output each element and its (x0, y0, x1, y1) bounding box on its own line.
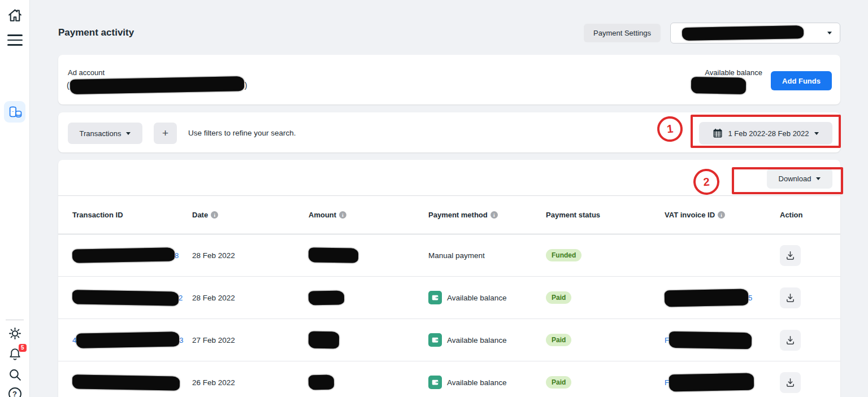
account-selector-dropdown[interactable] (670, 23, 840, 43)
download-invoice-button[interactable] (780, 372, 801, 393)
redacted-account-name (682, 25, 804, 41)
help-icon: ? (8, 387, 21, 397)
vat-invoice-link[interactable]: 5 (665, 290, 780, 306)
payment-status-cell: Paid (546, 376, 665, 389)
date-cell: 27 Feb 2022 (192, 336, 309, 344)
redacted-ad-account-name (70, 76, 244, 94)
download-icon (785, 335, 796, 346)
date-cell: 26 Feb 2022 (192, 378, 309, 387)
table-row: 4 3 27 Feb 2022 Available balance Paid F (58, 319, 840, 361)
wallet-icon (428, 333, 442, 347)
add-funds-button[interactable]: Add Funds (771, 71, 832, 90)
download-icon (785, 377, 796, 388)
action-cell (780, 372, 840, 393)
column-header-payment-status: Payment status (546, 211, 665, 219)
left-sidebar: 5 ? (0, 0, 30, 397)
status-badge: Paid (546, 334, 571, 346)
home-icon (7, 7, 23, 25)
billing-icon (4, 101, 25, 123)
table-row: 26 Feb 2022 Available balance Paid F (58, 361, 840, 397)
amount-cell (309, 331, 428, 348)
table-toolbar: Download (58, 160, 840, 196)
add-filter-button[interactable]: + (154, 123, 177, 144)
status-badge: Paid (546, 376, 571, 389)
wallet-icon (428, 291, 442, 304)
download-invoice-button[interactable] (780, 287, 801, 308)
status-badge: Paid (546, 291, 571, 304)
download-invoice-button[interactable] (780, 330, 801, 351)
payment-status-cell: Paid (546, 291, 665, 304)
column-header-date: Datei (192, 211, 309, 219)
info-icon[interactable]: i (339, 211, 346, 219)
sidebar-divider (6, 320, 24, 320)
action-cell (780, 287, 840, 308)
redacted-transaction-id (72, 290, 179, 306)
redacted-transaction-id (72, 374, 180, 390)
annotation-box-download (732, 167, 843, 194)
sidebar-item-settings[interactable] (0, 326, 29, 342)
payment-method-cell: Available balance (428, 291, 546, 304)
redacted-amount (309, 290, 344, 305)
payment-status-cell: Funded (546, 249, 665, 261)
table-row: 2 28 Feb 2022 Available balance Paid 5 (58, 277, 840, 319)
status-badge: Funded (546, 249, 581, 261)
ad-account-label: Ad account (68, 68, 105, 77)
date-cell: 28 Feb 2022 (192, 294, 309, 302)
menu-icon (7, 33, 23, 46)
page-title: Payment activity (58, 27, 134, 38)
action-cell (780, 330, 840, 351)
sidebar-item-notifications[interactable]: 5 (0, 347, 29, 364)
wallet-icon (428, 376, 442, 389)
action-cell (780, 245, 840, 266)
download-icon (785, 293, 796, 303)
download-icon (785, 250, 796, 261)
column-header-action: Action (780, 211, 840, 219)
ad-account-name: ( ) (67, 78, 247, 93)
date-cell: 28 Feb 2022 (192, 251, 309, 260)
amount-cell (309, 248, 428, 263)
sidebar-item-billing[interactable] (0, 101, 29, 123)
column-header-amount: Amounti (309, 211, 428, 219)
transaction-id-link[interactable]: 2 (72, 291, 192, 305)
table-header-row: Transaction ID Datei Amounti Payment met… (58, 196, 840, 234)
redacted-vat-id (669, 373, 754, 392)
download-invoice-button[interactable] (780, 245, 801, 266)
transactions-view-dropdown[interactable]: Transactions (68, 123, 142, 144)
redacted-amount (309, 331, 340, 349)
sidebar-item-search[interactable] (0, 368, 29, 383)
redacted-vat-id (669, 331, 752, 349)
transactions-table-card: Download Transaction ID Datei Amounti Pa… (58, 160, 840, 397)
column-header-transaction-id: Transaction ID (72, 211, 192, 219)
amount-cell (309, 291, 428, 305)
payment-settings-button[interactable]: Payment Settings (584, 24, 661, 42)
settings-gear-icon (8, 326, 22, 342)
transaction-id-link[interactable]: 8 (72, 248, 192, 262)
info-icon[interactable]: i (211, 211, 218, 219)
redacted-vat-id (665, 289, 749, 307)
payment-method-cell: Available balance (428, 376, 546, 389)
payment-status-cell: Paid (546, 334, 665, 346)
vat-invoice-link[interactable]: F (665, 374, 780, 391)
column-header-vat-invoice-id: VAT invoice IDi (665, 211, 780, 219)
info-icon[interactable]: i (491, 211, 498, 219)
vat-invoice-link[interactable]: F (665, 332, 780, 348)
search-icon (8, 368, 22, 383)
info-icon[interactable]: i (718, 211, 725, 219)
redacted-amount (309, 375, 334, 390)
payment-method-cell: Available balance (428, 333, 546, 347)
ad-account-card: Ad account ( ) Available balance Add Fun… (58, 55, 840, 104)
sidebar-item-help[interactable]: ? (0, 387, 29, 397)
notification-count-badge: 5 (19, 344, 27, 352)
redacted-amount (309, 247, 358, 263)
column-header-payment-method: Payment methodi (428, 211, 546, 219)
sidebar-item-menu[interactable] (0, 33, 29, 46)
redacted-transaction-id (72, 247, 175, 263)
available-balance-label: Available balance (705, 68, 762, 77)
transaction-id-link[interactable]: 4 3 (72, 333, 192, 347)
transaction-id-link[interactable] (72, 376, 192, 390)
notifications-bell-icon: 5 (8, 347, 22, 364)
annotation-box-date-range (691, 115, 841, 148)
sidebar-item-home[interactable] (0, 7, 29, 25)
amount-cell (309, 375, 428, 390)
table-row: 8 28 Feb 2022 Manual payment Funded (58, 234, 840, 277)
